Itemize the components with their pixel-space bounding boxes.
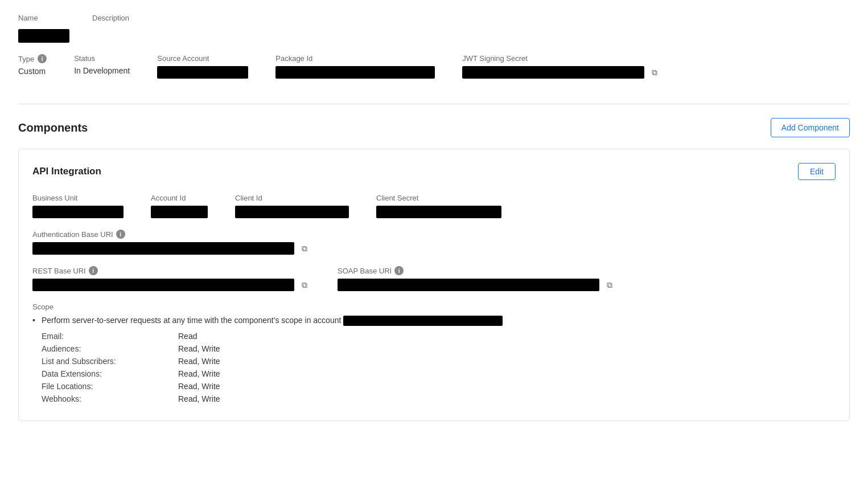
auth-uri-value-redacted xyxy=(32,242,294,255)
client-id-value-redacted xyxy=(235,206,349,218)
scope-permission-value: Read, Write xyxy=(178,382,220,391)
edit-button[interactable]: Edit xyxy=(798,163,836,180)
components-header: Components Add Component xyxy=(18,118,850,137)
scope-permission-row: Data Extensions: Read, Write xyxy=(42,369,836,378)
scope-permission-key: File Locations: xyxy=(42,382,178,391)
client-secret-field: Client Secret xyxy=(376,194,501,218)
auth-base-uri-label: Authentication Base URI i xyxy=(32,230,310,239)
scope-permission-value: Read, Write xyxy=(178,344,220,353)
client-id-field: Client Id xyxy=(235,194,349,218)
top-section: Name Description Type i Custom Status In… xyxy=(18,14,850,104)
soap-uri-info-icon[interactable]: i xyxy=(394,266,404,275)
scope-permission-row: Email: Read xyxy=(42,332,836,341)
scope-permission-key: List and Subscribers: xyxy=(42,357,178,366)
rest-base-uri-field: REST Base URI i ⧉ xyxy=(32,266,310,291)
card-title: API Integration xyxy=(32,166,101,177)
rest-base-uri-label: REST Base URI i xyxy=(32,266,310,275)
scope-title: Scope xyxy=(32,303,836,311)
scope-permission-key: Data Extensions: xyxy=(42,369,178,378)
business-unit-value-redacted xyxy=(32,206,124,218)
type-value: Custom xyxy=(18,67,47,76)
scope-permission-value: Read, Write xyxy=(178,369,220,378)
rest-uri-value-redacted xyxy=(32,279,294,291)
scope-permission-key: Webhooks: xyxy=(42,394,178,403)
soap-base-uri-label: SOAP Base URI i xyxy=(338,266,615,275)
business-unit-field: Business Unit xyxy=(32,194,124,218)
name-value-redacted xyxy=(18,29,69,43)
scope-permission-value: Read, Write xyxy=(178,394,220,403)
meta-row: Type i Custom Status In Development Sour… xyxy=(18,54,850,79)
client-secret-value-redacted xyxy=(376,206,501,218)
auth-uri-copy-icon[interactable]: ⧉ xyxy=(299,243,310,254)
rest-uri-copy-icon[interactable]: ⧉ xyxy=(299,279,310,291)
type-field-group: Type i Custom xyxy=(18,54,47,76)
source-account-value-redacted xyxy=(157,66,248,79)
card-fields-row-1: Business Unit Account Id Client Id Clien… xyxy=(32,194,836,218)
rest-uri-value-row: ⧉ xyxy=(32,279,310,291)
auth-base-uri-field: Authentication Base URI i ⧉ xyxy=(32,230,310,255)
scope-permission-key: Audiences: xyxy=(42,344,178,353)
soap-uri-value-redacted xyxy=(338,279,599,291)
source-account-label: Source Account xyxy=(157,54,248,63)
name-label: Name xyxy=(18,14,69,22)
soap-uri-copy-icon[interactable]: ⧉ xyxy=(604,279,615,291)
status-value: In Development xyxy=(74,66,130,75)
jwt-field-group: JWT Signing Secret ⧉ xyxy=(462,54,660,79)
components-title: Components xyxy=(18,121,88,134)
scope-permission-row: Webhooks: Read, Write xyxy=(42,394,836,403)
scope-permission-row: List and Subscribers: Read, Write xyxy=(42,357,836,366)
description-field-group: Description xyxy=(92,14,129,22)
package-id-value-redacted xyxy=(275,66,435,79)
jwt-value-redacted xyxy=(462,66,644,79)
scope-permission-value: Read xyxy=(178,332,197,341)
account-id-field: Account Id xyxy=(151,194,208,218)
scope-permission-key: Email: xyxy=(42,332,178,341)
client-secret-label: Client Secret xyxy=(376,194,501,202)
page: Name Description Type i Custom Status In… xyxy=(0,0,868,486)
components-section: Components Add Component API Integration… xyxy=(18,118,850,421)
jwt-label: JWT Signing Secret xyxy=(462,54,660,63)
account-id-value-redacted xyxy=(151,206,208,218)
jwt-value-row: ⧉ xyxy=(462,66,660,79)
type-info-icon[interactable]: i xyxy=(38,54,47,63)
add-component-button[interactable]: Add Component xyxy=(771,118,850,137)
auth-uri-value-row: ⧉ xyxy=(32,242,310,255)
scope-table: Email: Read Audiences: Read, Write List … xyxy=(42,332,836,403)
api-integration-card: API Integration Edit Business Unit Accou… xyxy=(18,149,850,421)
package-id-label: Package Id xyxy=(275,54,435,63)
soap-base-uri-field: SOAP Base URI i ⧉ xyxy=(338,266,615,291)
jwt-copy-icon[interactable]: ⧉ xyxy=(649,67,660,78)
type-label: Type i xyxy=(18,54,47,63)
soap-uri-value-row: ⧉ xyxy=(338,279,615,291)
card-header: API Integration Edit xyxy=(32,163,836,180)
status-label: Status xyxy=(74,54,130,63)
scope-account-redacted xyxy=(343,316,503,326)
account-id-label: Account Id xyxy=(151,194,208,202)
package-id-field-group: Package Id xyxy=(275,54,435,79)
card-fields-row-3: REST Base URI i ⧉ SOAP Base URI i xyxy=(32,266,836,291)
status-field-group: Status In Development xyxy=(74,54,130,75)
client-id-label: Client Id xyxy=(235,194,349,202)
scope-section: Scope Perform server-to-server requests … xyxy=(32,303,836,403)
rest-uri-info-icon[interactable]: i xyxy=(89,266,98,275)
scope-description-item: Perform server-to-server requests at any… xyxy=(32,316,836,326)
source-account-field-group: Source Account xyxy=(157,54,248,79)
name-description-row: Name Description xyxy=(18,14,850,43)
auth-uri-info-icon[interactable]: i xyxy=(116,230,125,239)
business-unit-label: Business Unit xyxy=(32,194,124,202)
scope-permission-value: Read, Write xyxy=(178,357,220,366)
scope-permission-row: File Locations: Read, Write xyxy=(42,382,836,391)
name-field-group: Name xyxy=(18,14,69,43)
scope-permission-row: Audiences: Read, Write xyxy=(42,344,836,353)
card-fields-row-2: Authentication Base URI i ⧉ xyxy=(32,230,836,255)
description-label: Description xyxy=(92,14,129,22)
